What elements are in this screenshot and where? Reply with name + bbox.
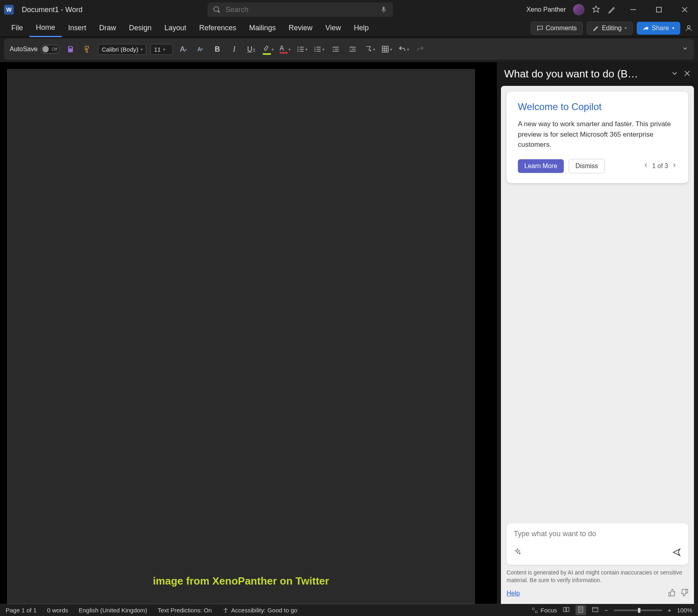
tab-references[interactable]: References	[193, 20, 243, 36]
shrink-font-button[interactable]: A▾	[194, 43, 207, 56]
sparkle-icon[interactable]	[514, 548, 521, 558]
table-button[interactable]: ▾	[380, 43, 393, 56]
welcome-title: Welcome to Copilot	[518, 101, 677, 112]
send-icon[interactable]	[672, 548, 681, 558]
print-layout-icon[interactable]	[575, 605, 586, 615]
thumbs-down-icon[interactable]	[680, 589, 688, 598]
font-color-button[interactable]: A▾	[278, 43, 291, 56]
welcome-text: A new way to work smarter and faster. Th…	[518, 119, 677, 150]
people-icon[interactable]	[684, 24, 693, 33]
tab-mailings[interactable]: Mailings	[243, 20, 282, 36]
svg-rect-8	[382, 46, 388, 52]
dismiss-button[interactable]: Dismiss	[569, 159, 605, 173]
minimize-button[interactable]	[624, 2, 642, 18]
disclaimer-text: Content is generated by AI and might con…	[507, 569, 688, 585]
autosave-switch[interactable]: Off	[41, 45, 60, 54]
status-page[interactable]: Page 1 of 1	[6, 607, 37, 614]
word-app-icon: W	[4, 5, 14, 15]
copilot-header: What do you want to do (B…	[497, 62, 698, 86]
document-title[interactable]: Document1 - Word	[22, 6, 83, 14]
font-name-select[interactable]: Calibri (Body)▾	[98, 44, 146, 55]
copilot-body: Welcome to Copilot A new way to work sma…	[501, 86, 694, 604]
undo-button[interactable]: ▾	[397, 43, 410, 56]
close-button[interactable]	[675, 2, 694, 18]
highlight-button[interactable]: ▾	[262, 43, 274, 56]
tab-view[interactable]: View	[319, 20, 347, 36]
increase-indent-button[interactable]	[346, 43, 359, 56]
bullets-button[interactable]: ▾	[295, 43, 308, 56]
svg-rect-0	[630, 9, 636, 10]
tab-design[interactable]: Design	[123, 20, 158, 36]
ribbon-options-button[interactable]	[682, 45, 688, 53]
maximize-button[interactable]	[650, 2, 668, 18]
titlebar: W Document1 - Word Xeno Panther	[0, 0, 698, 19]
redo-button[interactable]	[414, 43, 427, 56]
card-pager: 1 of 3	[643, 162, 677, 170]
copilot-input[interactable]	[514, 530, 681, 538]
svg-rect-13	[592, 608, 598, 612]
username[interactable]: Xeno Panther	[526, 6, 566, 13]
font-size-select[interactable]: 11▾	[150, 44, 173, 55]
bold-button[interactable]: B	[211, 43, 224, 56]
grow-font-button[interactable]: A▴	[177, 43, 190, 56]
tab-file[interactable]: File	[5, 20, 29, 36]
editing-button[interactable]: Editing▾	[587, 22, 633, 35]
mic-icon[interactable]	[380, 6, 387, 13]
decrease-indent-button[interactable]	[329, 43, 342, 56]
zoom-value[interactable]: 100%	[677, 607, 692, 614]
tab-draw[interactable]: Draw	[93, 20, 123, 36]
status-accessibility[interactable]: Accessibility: Good to go	[222, 607, 297, 614]
web-layout-icon[interactable]	[592, 606, 599, 614]
search-icon	[213, 6, 220, 13]
clear-formatting-button[interactable]: ▾	[363, 43, 376, 56]
comments-label: Comments	[546, 25, 577, 32]
zoom-slider[interactable]	[614, 610, 662, 611]
tab-insert[interactable]: Insert	[62, 20, 93, 36]
help-row: Help	[507, 589, 688, 598]
focus-mode-button[interactable]: Focus	[532, 607, 557, 614]
search-input[interactable]	[225, 6, 375, 14]
pager-text: 1 of 3	[652, 162, 668, 170]
content-area: image from XenoPanther on Twitter What d…	[0, 62, 698, 604]
numbering-button[interactable]: 123▾	[312, 43, 325, 56]
pager-next-icon[interactable]	[671, 162, 677, 170]
underline-button[interactable]: U▾	[245, 43, 258, 56]
copilot-title: What do you want to do (B…	[504, 68, 666, 80]
zoom-in-button[interactable]: +	[668, 607, 671, 614]
svg-text:3: 3	[314, 50, 315, 52]
pen-icon[interactable]	[608, 5, 617, 14]
tab-layout[interactable]: Layout	[158, 20, 193, 36]
pager-prev-icon[interactable]	[643, 162, 649, 170]
status-words[interactable]: 0 words	[47, 607, 69, 614]
svg-point-4	[297, 51, 299, 52]
document-area[interactable]: image from XenoPanther on Twitter	[0, 62, 496, 604]
close-panel-button[interactable]	[683, 70, 691, 79]
help-link[interactable]: Help	[507, 590, 520, 597]
premium-icon[interactable]	[592, 5, 600, 14]
share-button[interactable]: Share▾	[637, 22, 680, 35]
tab-review[interactable]: Review	[282, 20, 319, 36]
save-button[interactable]	[64, 43, 77, 56]
search-box[interactable]	[208, 2, 393, 17]
svg-point-3	[297, 49, 299, 50]
tab-home[interactable]: Home	[29, 19, 62, 37]
status-predictions[interactable]: Text Predictions: On	[158, 607, 212, 614]
italic-button[interactable]: I	[228, 43, 241, 56]
svg-point-9	[225, 608, 226, 609]
avatar[interactable]	[573, 4, 584, 15]
format-painter-button[interactable]	[81, 43, 94, 56]
document-page[interactable]: image from XenoPanther on Twitter	[7, 69, 475, 604]
toolbar: AutoSave Off Calibri (Body)▾ 11▾ A▴ A▾ B…	[4, 39, 694, 60]
collapse-button[interactable]	[671, 69, 679, 79]
svg-rect-11	[536, 611, 538, 613]
thumbs-up-icon[interactable]	[668, 589, 676, 598]
learn-more-button[interactable]: Learn More	[518, 159, 564, 173]
status-language[interactable]: English (United Kingdom)	[79, 607, 147, 614]
editing-label: Editing	[602, 25, 621, 32]
zoom-out-button[interactable]: −	[605, 607, 608, 614]
read-mode-icon[interactable]	[563, 606, 570, 614]
tab-help[interactable]: Help	[347, 20, 375, 36]
comments-button[interactable]: Comments	[531, 22, 583, 35]
autosave-toggle[interactable]: AutoSave Off	[10, 45, 60, 54]
copilot-input-box[interactable]	[507, 523, 688, 565]
